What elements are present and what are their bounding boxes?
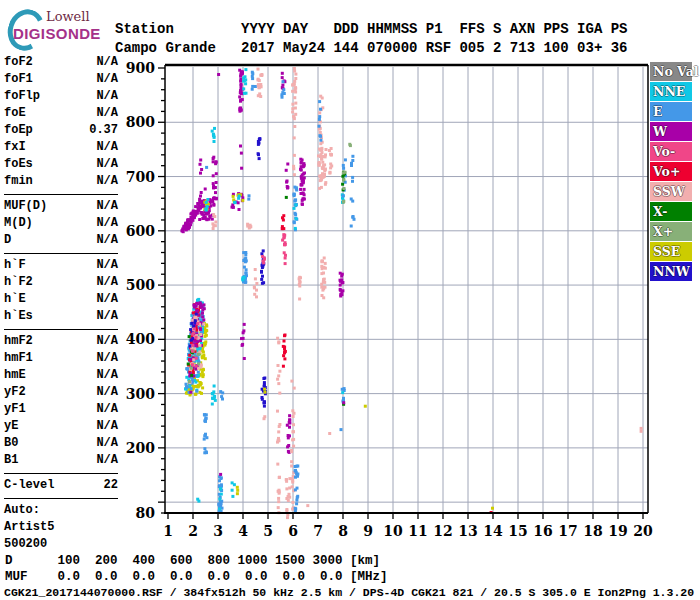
svg-text:9: 9 bbox=[363, 523, 373, 539]
distance-row: D 100 200 400 600 800 1000 1500 3000 [km… bbox=[5, 554, 380, 568]
svg-text:600: 600 bbox=[126, 223, 155, 239]
svg-text:5: 5 bbox=[263, 523, 273, 539]
svg-text:500: 500 bbox=[126, 277, 155, 293]
svg-text:13: 13 bbox=[458, 523, 477, 539]
svg-text:3: 3 bbox=[213, 523, 223, 539]
svg-text:700: 700 bbox=[126, 169, 155, 185]
svg-text:14: 14 bbox=[483, 523, 503, 539]
svg-text:200: 200 bbox=[126, 440, 155, 456]
legend-item-noval: No Val bbox=[650, 62, 692, 81]
legend-item-NNW: NNW bbox=[650, 262, 692, 281]
svg-text:16: 16 bbox=[533, 523, 552, 539]
svg-text:4: 4 bbox=[238, 523, 248, 539]
svg-text:15: 15 bbox=[508, 523, 527, 539]
legend-item-Vo-: Vo- bbox=[650, 142, 692, 161]
svg-text:2: 2 bbox=[188, 523, 198, 539]
svg-text:80: 80 bbox=[136, 505, 156, 521]
svg-text:300: 300 bbox=[126, 386, 155, 402]
svg-text:20: 20 bbox=[633, 523, 653, 539]
legend-item-SSE: SSE bbox=[650, 242, 692, 261]
legend-item-W: W bbox=[650, 122, 692, 141]
svg-text:19: 19 bbox=[608, 523, 627, 539]
svg-text:6: 6 bbox=[288, 523, 298, 539]
ionogram-viewer: Lowell DIGISONDE Station YYYY DAY DDD HH… bbox=[0, 0, 700, 600]
legend-item-E: E bbox=[650, 102, 692, 121]
axis-labels: 1234567891011121314151617181920900800700… bbox=[126, 60, 653, 539]
axes bbox=[164, 65, 648, 513]
legend-item-NNE: NNE bbox=[650, 82, 692, 101]
svg-text:8: 8 bbox=[338, 523, 348, 539]
svg-text:10: 10 bbox=[383, 523, 403, 539]
gridlines bbox=[165, 67, 648, 513]
axis-ticks bbox=[158, 68, 643, 519]
svg-text:7: 7 bbox=[313, 523, 323, 539]
svg-text:800: 800 bbox=[126, 114, 155, 130]
svg-text:18: 18 bbox=[583, 523, 602, 539]
svg-text:1: 1 bbox=[163, 523, 173, 539]
legend-item-X+: X+ bbox=[650, 222, 692, 241]
legend-item-X-: X- bbox=[650, 202, 692, 221]
file-info-footer: CGK21_2017144070000.RSF / 384fx512h 50 k… bbox=[4, 586, 694, 599]
svg-text:11: 11 bbox=[408, 523, 427, 539]
muf-row: MUF 0.0 0.0 0.0 0.0 0.0 0.0 0.0 0.0 [MHz… bbox=[5, 570, 388, 584]
legend-item-SSW: SSW bbox=[650, 182, 692, 201]
svg-text:17: 17 bbox=[558, 523, 577, 539]
svg-text:400: 400 bbox=[126, 331, 155, 347]
ionogram-plot: 1234567891011121314151617181920900800700… bbox=[0, 0, 700, 600]
legend-item-Vo+: Vo+ bbox=[650, 162, 692, 181]
svg-text:900: 900 bbox=[126, 60, 155, 76]
svg-text:12: 12 bbox=[433, 523, 452, 539]
scatter-points bbox=[181, 67, 643, 519]
